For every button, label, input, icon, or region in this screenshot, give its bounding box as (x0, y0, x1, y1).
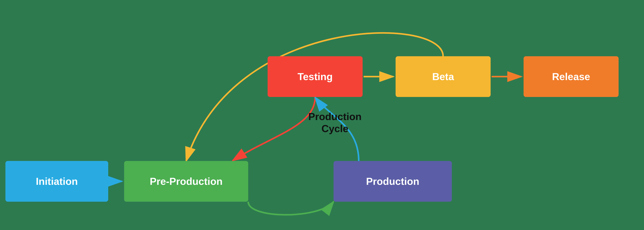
initiation-box: Initiation (6, 161, 108, 202)
production-cycle-line1: Production (308, 110, 362, 122)
beta-box: Beta (396, 56, 490, 97)
initiation-label: Initiation (36, 176, 78, 187)
production-box: Production (334, 161, 452, 202)
diagram-container: Initiation Pre-Production Testing Produc… (0, 0, 644, 230)
testing-label: Testing (298, 71, 332, 82)
production-cycle-label: Production Cycle (308, 110, 362, 135)
release-box: Release (524, 56, 618, 97)
beta-label: Beta (432, 71, 454, 82)
pre-production-box: Pre-Production (124, 161, 248, 202)
pre-production-label: Pre-Production (150, 176, 222, 187)
production-label: Production (366, 176, 419, 187)
release-label: Release (552, 71, 590, 82)
testing-box: Testing (268, 56, 363, 97)
production-cycle-line2: Cycle (308, 122, 362, 134)
